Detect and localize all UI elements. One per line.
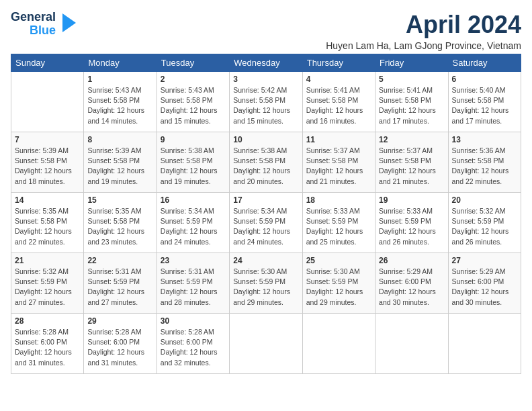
day-cell: 13Sunrise: 5:36 AM Sunset: 5:58 PM Dayli… bbox=[448, 132, 521, 193]
day-number: 14 bbox=[15, 195, 80, 205]
day-cell: 18Sunrise: 5:33 AM Sunset: 5:59 PM Dayli… bbox=[302, 193, 375, 253]
day-number: 21 bbox=[15, 256, 80, 265]
day-info: Sunrise: 5:33 AM Sunset: 5:59 PM Dayligh… bbox=[306, 206, 371, 247]
day-cell: 9Sunrise: 5:38 AM Sunset: 5:58 PM Daylig… bbox=[157, 132, 229, 193]
day-cell: 26Sunrise: 5:29 AM Sunset: 6:00 PM Dayli… bbox=[375, 253, 448, 314]
header-monday: Monday bbox=[84, 54, 157, 72]
day-cell: 1Sunrise: 5:43 AM Sunset: 5:58 PM Daylig… bbox=[84, 72, 157, 132]
day-info: Sunrise: 5:43 AM Sunset: 5:58 PM Dayligh… bbox=[87, 85, 152, 126]
calendar-table: SundayMondayTuesdayWednesdayThursdayFrid… bbox=[11, 54, 521, 374]
day-info: Sunrise: 5:35 AM Sunset: 5:58 PM Dayligh… bbox=[87, 206, 152, 247]
day-cell: 29Sunrise: 5:28 AM Sunset: 6:00 PM Dayli… bbox=[84, 314, 157, 374]
day-number: 30 bbox=[161, 316, 226, 326]
day-info: Sunrise: 5:30 AM Sunset: 5:59 PM Dayligh… bbox=[306, 267, 371, 308]
day-number: 22 bbox=[87, 256, 152, 265]
day-number: 18 bbox=[306, 195, 371, 205]
day-cell: 2Sunrise: 5:43 AM Sunset: 5:58 PM Daylig… bbox=[157, 72, 229, 132]
calendar-subtitle: Huyen Lam Ha, Lam GJong Province, Vietna… bbox=[326, 40, 521, 51]
logo: General Blue bbox=[11, 11, 79, 38]
day-info: Sunrise: 5:34 AM Sunset: 5:59 PM Dayligh… bbox=[233, 206, 298, 247]
day-number: 20 bbox=[452, 195, 517, 205]
day-info: Sunrise: 5:28 AM Sunset: 6:00 PM Dayligh… bbox=[15, 327, 80, 368]
day-cell: 17Sunrise: 5:34 AM Sunset: 5:59 PM Dayli… bbox=[230, 193, 302, 253]
day-info: Sunrise: 5:28 AM Sunset: 6:00 PM Dayligh… bbox=[161, 327, 226, 368]
day-cell bbox=[448, 314, 521, 374]
day-cell: 14Sunrise: 5:35 AM Sunset: 5:58 PM Dayli… bbox=[11, 193, 84, 253]
day-cell: 11Sunrise: 5:37 AM Sunset: 5:58 PM Dayli… bbox=[302, 132, 375, 193]
day-cell: 28Sunrise: 5:28 AM Sunset: 6:00 PM Dayli… bbox=[11, 314, 84, 374]
day-info: Sunrise: 5:41 AM Sunset: 5:58 PM Dayligh… bbox=[306, 85, 371, 126]
day-number: 10 bbox=[233, 135, 298, 144]
day-cell: 20Sunrise: 5:32 AM Sunset: 5:59 PM Dayli… bbox=[448, 193, 521, 253]
day-cell bbox=[230, 314, 302, 374]
day-cell: 15Sunrise: 5:35 AM Sunset: 5:58 PM Dayli… bbox=[84, 193, 157, 253]
day-number: 29 bbox=[87, 316, 152, 326]
day-number: 12 bbox=[379, 135, 444, 144]
day-number: 15 bbox=[87, 195, 152, 205]
day-info: Sunrise: 5:29 AM Sunset: 6:00 PM Dayligh… bbox=[379, 267, 444, 308]
day-number: 6 bbox=[452, 75, 517, 84]
header-row: SundayMondayTuesdayWednesdayThursdayFrid… bbox=[11, 54, 521, 72]
day-cell: 6Sunrise: 5:40 AM Sunset: 5:58 PM Daylig… bbox=[448, 72, 521, 132]
day-number: 2 bbox=[161, 75, 226, 84]
title-block: April 2024 Huyen Lam Ha, Lam GJong Provi… bbox=[326, 11, 521, 51]
day-info: Sunrise: 5:32 AM Sunset: 5:59 PM Dayligh… bbox=[15, 267, 80, 308]
day-cell: 3Sunrise: 5:42 AM Sunset: 5:58 PM Daylig… bbox=[230, 72, 302, 132]
logo-line1: General bbox=[11, 11, 56, 24]
day-cell: 23Sunrise: 5:31 AM Sunset: 5:59 PM Dayli… bbox=[157, 253, 229, 314]
header-sunday: Sunday bbox=[11, 54, 84, 72]
week-row-1: 1Sunrise: 5:43 AM Sunset: 5:58 PM Daylig… bbox=[11, 72, 521, 132]
day-number: 5 bbox=[379, 75, 444, 84]
day-number: 26 bbox=[379, 256, 444, 265]
day-cell: 25Sunrise: 5:30 AM Sunset: 5:59 PM Dayli… bbox=[302, 253, 375, 314]
day-cell: 5Sunrise: 5:41 AM Sunset: 5:58 PM Daylig… bbox=[375, 72, 448, 132]
day-number: 16 bbox=[161, 195, 226, 205]
day-info: Sunrise: 5:39 AM Sunset: 5:58 PM Dayligh… bbox=[87, 146, 152, 187]
day-info: Sunrise: 5:28 AM Sunset: 6:00 PM Dayligh… bbox=[87, 327, 152, 368]
day-cell: 16Sunrise: 5:34 AM Sunset: 5:59 PM Dayli… bbox=[157, 193, 229, 253]
day-cell bbox=[375, 314, 448, 374]
logo-icon bbox=[60, 12, 79, 34]
week-row-4: 21Sunrise: 5:32 AM Sunset: 5:59 PM Dayli… bbox=[11, 253, 521, 314]
day-info: Sunrise: 5:30 AM Sunset: 5:59 PM Dayligh… bbox=[233, 267, 298, 308]
day-number: 13 bbox=[452, 135, 517, 144]
day-number: 17 bbox=[233, 195, 298, 205]
day-cell: 10Sunrise: 5:38 AM Sunset: 5:58 PM Dayli… bbox=[230, 132, 302, 193]
day-info: Sunrise: 5:43 AM Sunset: 5:58 PM Dayligh… bbox=[161, 85, 226, 126]
day-info: Sunrise: 5:38 AM Sunset: 5:58 PM Dayligh… bbox=[233, 146, 298, 187]
day-number: 4 bbox=[306, 75, 371, 84]
header-friday: Friday bbox=[375, 54, 448, 72]
day-cell: 8Sunrise: 5:39 AM Sunset: 5:58 PM Daylig… bbox=[84, 132, 157, 193]
header-wednesday: Wednesday bbox=[230, 54, 302, 72]
day-number: 1 bbox=[87, 75, 152, 84]
day-cell: 27Sunrise: 5:29 AM Sunset: 6:00 PM Dayli… bbox=[448, 253, 521, 314]
day-info: Sunrise: 5:35 AM Sunset: 5:58 PM Dayligh… bbox=[15, 206, 80, 247]
week-row-3: 14Sunrise: 5:35 AM Sunset: 5:58 PM Dayli… bbox=[11, 193, 521, 253]
day-number: 9 bbox=[161, 135, 226, 144]
day-cell bbox=[302, 314, 375, 374]
day-number: 27 bbox=[452, 256, 517, 265]
day-info: Sunrise: 5:31 AM Sunset: 5:59 PM Dayligh… bbox=[161, 267, 226, 308]
header-thursday: Thursday bbox=[302, 54, 375, 72]
week-row-2: 7Sunrise: 5:39 AM Sunset: 5:58 PM Daylig… bbox=[11, 132, 521, 193]
day-number: 8 bbox=[87, 135, 152, 144]
day-cell: 12Sunrise: 5:37 AM Sunset: 5:58 PM Dayli… bbox=[375, 132, 448, 193]
day-info: Sunrise: 5:36 AM Sunset: 5:58 PM Dayligh… bbox=[452, 146, 517, 187]
page-header: General Blue April 2024 Huyen Lam Ha, La… bbox=[11, 11, 521, 51]
day-info: Sunrise: 5:32 AM Sunset: 5:59 PM Dayligh… bbox=[452, 206, 517, 247]
day-number: 3 bbox=[233, 75, 298, 84]
logo-line2: Blue bbox=[30, 24, 56, 38]
day-cell: 21Sunrise: 5:32 AM Sunset: 5:59 PM Dayli… bbox=[11, 253, 84, 314]
day-cell: 30Sunrise: 5:28 AM Sunset: 6:00 PM Dayli… bbox=[157, 314, 229, 374]
day-number: 7 bbox=[15, 135, 80, 144]
day-info: Sunrise: 5:37 AM Sunset: 5:58 PM Dayligh… bbox=[306, 146, 371, 187]
day-cell: 19Sunrise: 5:33 AM Sunset: 5:59 PM Dayli… bbox=[375, 193, 448, 253]
day-info: Sunrise: 5:40 AM Sunset: 5:58 PM Dayligh… bbox=[452, 85, 517, 126]
day-info: Sunrise: 5:33 AM Sunset: 5:59 PM Dayligh… bbox=[379, 206, 444, 247]
day-number: 24 bbox=[233, 256, 298, 265]
day-info: Sunrise: 5:29 AM Sunset: 6:00 PM Dayligh… bbox=[452, 267, 517, 308]
day-number: 28 bbox=[15, 316, 80, 326]
day-number: 25 bbox=[306, 256, 371, 265]
day-info: Sunrise: 5:38 AM Sunset: 5:58 PM Dayligh… bbox=[161, 146, 226, 187]
svg-marker-0 bbox=[62, 13, 76, 32]
